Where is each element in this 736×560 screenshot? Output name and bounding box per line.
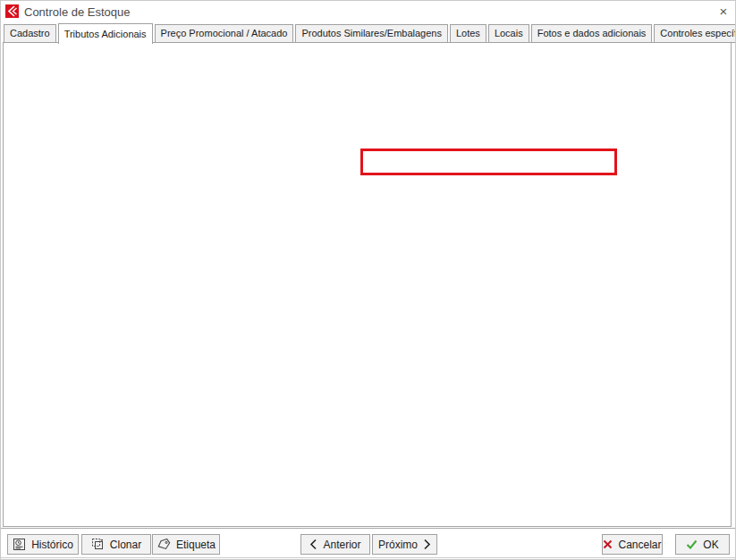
tab-fotos-dados-adicionais[interactable]: Fotos e dados adicionais <box>531 24 653 43</box>
tab-produtos-similares[interactable]: Produtos Similares/Embalagens <box>295 24 448 43</box>
stock-control-window: Controle de Estoque × Cadastro Tributos … <box>0 0 736 560</box>
chevron-left-icon <box>309 539 317 550</box>
chevron-right-icon <box>423 539 431 550</box>
anterior-button[interactable]: Anterior <box>300 534 370 555</box>
anterior-button-label: Anterior <box>323 539 360 551</box>
tab-lotes[interactable]: Lotes <box>450 24 486 43</box>
tab-preco-promocional[interactable]: Preço Promocional / Atacado <box>155 24 294 43</box>
etiqueta-button[interactable]: Etiqueta <box>152 534 220 555</box>
cancel-x-icon <box>603 539 613 549</box>
tag-icon <box>157 539 171 551</box>
tab-page-panel <box>3 42 732 527</box>
clonar-button-label: Clonar <box>110 539 141 551</box>
tab-controles-especificos[interactable]: Controles específicos <box>654 24 736 43</box>
check-icon <box>686 539 698 549</box>
tab-locais[interactable]: Locais <box>488 24 529 43</box>
proximo-button[interactable]: Próximo <box>372 534 437 555</box>
clone-icon <box>91 538 105 551</box>
ok-button-label: OK <box>703 539 718 551</box>
tab-strip: Cadastro Tributos Adicionais Preço Promo… <box>4 23 736 43</box>
bottom-divider <box>1 528 736 529</box>
app-logo-icon <box>5 4 19 18</box>
tab-tributos-adicionais[interactable]: Tributos Adicionais <box>58 23 153 44</box>
ok-button[interactable]: OK <box>675 534 730 555</box>
historico-button-label: Histórico <box>31 539 73 551</box>
title-bar: Controle de Estoque × <box>1 1 735 22</box>
close-icon[interactable]: × <box>715 3 732 21</box>
tab-cadastro[interactable]: Cadastro <box>4 24 56 43</box>
cancelar-button[interactable]: Cancelar <box>602 534 663 555</box>
historico-button[interactable]: Histórico <box>7 534 79 555</box>
cancelar-button-label: Cancelar <box>618 539 661 551</box>
window-title: Controle de Estoque <box>24 5 131 19</box>
etiqueta-button-label: Etiqueta <box>176 539 216 551</box>
window-bottom-edge <box>1 557 736 558</box>
history-icon <box>13 538 26 551</box>
proximo-button-label: Próximo <box>378 539 418 551</box>
clonar-button[interactable]: Clonar <box>81 534 151 555</box>
